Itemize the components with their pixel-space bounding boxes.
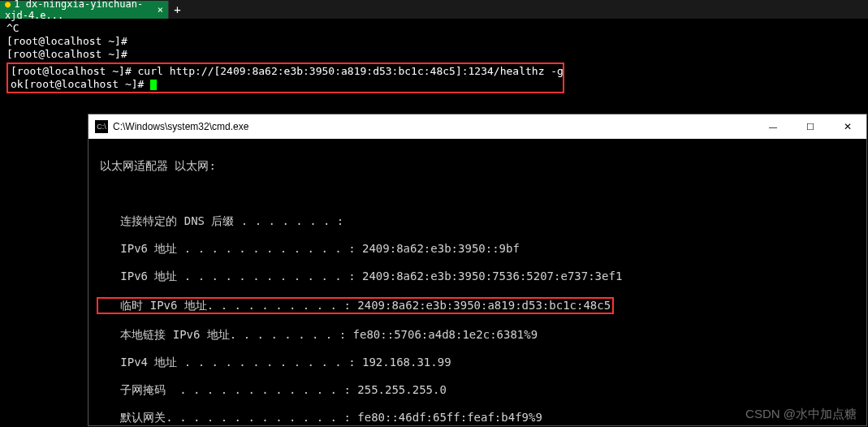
terminal-window: ●1 dx-ningxia-yinchuan-xjd-4.e... × + ^C… xyxy=(0,0,868,97)
cmd-icon: C:\ xyxy=(95,120,108,133)
tab-label: 1 dx-ningxia-yinchuan-xjd-4.e... xyxy=(5,0,143,21)
prompt-line: [root@localhost ~]# xyxy=(6,35,862,48)
subnet-mask-row: 子网掩码 . . . . . . . . . . . . : 255.255.2… xyxy=(100,383,855,397)
gateway-row: 默认网关. . . . . . . . . . . . . : fe80::46… xyxy=(100,411,855,425)
tab-bar: ●1 dx-ningxia-yinchuan-xjd-4.e... × + xyxy=(0,0,868,19)
cmd-window: C:\ C:\Windows\system32\cmd.exe 以太网适配器 以… xyxy=(88,114,867,426)
watermark: CSDN @水中加点糖 xyxy=(745,407,857,422)
window-titlebar[interactable]: C:\ C:\Windows\system32\cmd.exe xyxy=(89,114,866,139)
temp-ipv6-row: 临时 IPv6 地址. . . . . . . . . . : 2409:8a6… xyxy=(100,297,855,314)
cmd-output[interactable]: 以太网适配器 以太网: 连接特定的 DNS 后缀 . . . . . . . :… xyxy=(89,139,866,427)
maximize-button[interactable] xyxy=(792,114,829,139)
ipv6-row: IPv6 地址 . . . . . . . . . . . . : 2409:8… xyxy=(100,242,855,256)
curl-response-line: ok[root@localhost ~]# xyxy=(11,78,560,91)
prompt-line: [root@localhost ~]# xyxy=(6,48,862,61)
window-title: C:\ C:\Windows\system32\cmd.exe xyxy=(95,120,248,133)
link-local-ipv6-row: 本地链接 IPv6 地址. . . . . . . . : fe80::5706… xyxy=(100,328,855,342)
tab-indicator-icon: ● xyxy=(5,0,11,10)
terminal-tab[interactable]: ●1 dx-ningxia-yinchuan-xjd-4.e... × xyxy=(0,1,168,19)
curl-command-line: [root@localhost ~]# curl http://[2409:8a… xyxy=(11,65,560,78)
close-button[interactable] xyxy=(829,114,866,139)
window-title-text: C:\Windows\system32\cmd.exe xyxy=(113,121,248,132)
ipv6-row: IPv6 地址 . . . . . . . . . . . . : 2409:8… xyxy=(100,270,855,283)
dns-suffix-row: 连接特定的 DNS 后缀 . . . . . . . : xyxy=(100,214,855,228)
minimize-button[interactable] xyxy=(754,114,792,139)
output-line: ^C xyxy=(6,22,862,35)
window-controls xyxy=(754,114,866,139)
new-tab-button[interactable]: + xyxy=(168,1,186,19)
cursor-icon xyxy=(150,80,157,90)
highlight-box: [root@localhost ~]# curl http://[2409:8a… xyxy=(6,63,564,93)
ipv4-row: IPv4 地址 . . . . . . . . . . . . : 192.16… xyxy=(100,356,855,369)
adapter-header: 以太网适配器 以太网: xyxy=(100,159,855,173)
close-icon[interactable]: × xyxy=(158,4,163,15)
terminal-output[interactable]: ^C [root@localhost ~]# [root@localhost ~… xyxy=(0,19,868,97)
